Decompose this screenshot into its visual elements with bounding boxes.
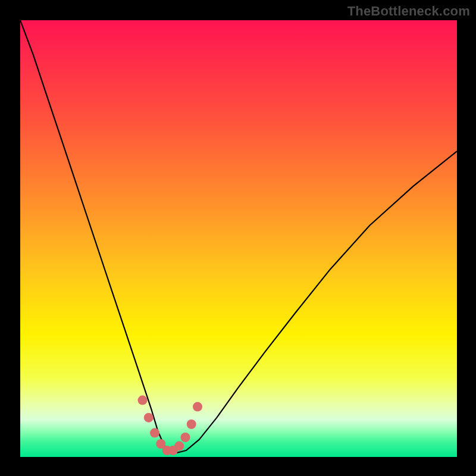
- highlight-marker: [193, 402, 202, 412]
- highlight-marker: [138, 396, 148, 405]
- highlight-marker: [150, 428, 159, 438]
- highlight-marker: [144, 413, 154, 422]
- highlight-marker: [187, 419, 196, 429]
- watermark-label: TheBottleneck.com: [347, 4, 470, 19]
- chart-svg: [0, 0, 476, 476]
- plot-background: [20, 20, 457, 457]
- chart-stage: TheBottleneck.com: [0, 0, 476, 476]
- highlight-marker: [181, 433, 190, 442]
- highlight-marker: [174, 441, 184, 451]
